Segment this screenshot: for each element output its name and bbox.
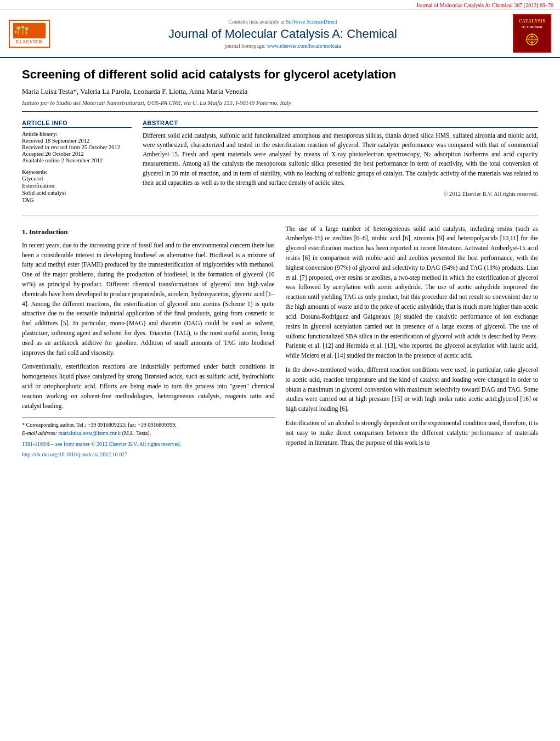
svg-rect-0 bbox=[13, 24, 46, 37]
journal-homepage: journal homepage: www.elsevier.com/locat… bbox=[58, 43, 507, 49]
authors: Maria Luisa Testa*, Valeria La Parola, L… bbox=[22, 87, 538, 96]
journal-title-area: Contents lists available at SciVerse Sci… bbox=[58, 19, 507, 49]
keyword-solid-acid: Solid acid catalyst bbox=[22, 189, 132, 196]
footnote-2: E-mail address: marialuisa.testa@ismn.cn… bbox=[22, 429, 275, 438]
intro-right-para-2: In the above-mentioned works, different … bbox=[286, 365, 539, 414]
doi-link[interactable]: http://dx.doi.org/10.1016/j.molcata.2012… bbox=[22, 451, 127, 457]
keyword-tag: TAG bbox=[22, 196, 132, 203]
journal-reference: Journal of Molecular Catalysis A: Chemic… bbox=[0, 0, 560, 10]
homepage-link[interactable]: www.elsevier.com/locate/molcata bbox=[267, 43, 341, 49]
keyword-esterification: Esterification bbox=[22, 182, 132, 189]
footnote-area: * Corresponding author. Tel.: +39 091680… bbox=[22, 417, 275, 459]
svg-point-3 bbox=[16, 26, 21, 30]
svg-point-5 bbox=[21, 25, 25, 28]
article-title: Screening of different solid acid cataly… bbox=[22, 67, 538, 83]
intro-para-2: Conventionally, esterification reactions… bbox=[22, 362, 275, 411]
intro-right-para-3: Esterification of an alcohol is strongly… bbox=[286, 418, 539, 448]
affiliation: Istituto per lo Studio dei Materiali Nan… bbox=[22, 99, 538, 112]
svg-point-7 bbox=[25, 27, 29, 30]
sciverse-link: Contents lists available at SciVerse Sci… bbox=[58, 19, 507, 25]
doi-line: http://dx.doi.org/10.1016/j.molcata.2012… bbox=[22, 450, 275, 459]
history-label: Article history: bbox=[22, 131, 132, 137]
catalysis-logo: CATALYSIS A: Chemical bbox=[513, 14, 551, 53]
footnote-1: * Corresponding author. Tel.: +39 091680… bbox=[22, 421, 275, 429]
intro-para-1: In recent years, due to the increasing p… bbox=[22, 241, 275, 358]
journal-name: Journal of Molecular Catalysis A: Chemic… bbox=[58, 27, 507, 41]
body-col-left: 1. Introduction In recent years, due to … bbox=[22, 224, 275, 459]
info-abstract-section: Article Info Article history: Received 1… bbox=[22, 120, 538, 216]
intro-right-para-1: The use of a large number of heterogeneo… bbox=[286, 224, 539, 361]
keywords-label: Keywords: bbox=[22, 169, 132, 175]
accepted-date: Accepted 26 October 2012 bbox=[22, 151, 132, 157]
email-link[interactable]: marialuisa.testa@ismn.cnr.it bbox=[58, 430, 121, 436]
elsevier-logo: ● ELSEVIER bbox=[9, 20, 53, 48]
available-online-date: Available online 2 November 2012 bbox=[22, 157, 132, 163]
main-content: Screening of different solid acid cataly… bbox=[0, 58, 560, 470]
article-info-heading: Article Info bbox=[22, 120, 132, 128]
svg-text:●: ● bbox=[15, 29, 17, 33]
issn-line: 1381-1169/$ – see front matter © 2012 El… bbox=[22, 440, 275, 449]
abstract-heading: Abstract bbox=[143, 120, 538, 128]
received-revised-date: Received in revised form 25 October 2012 bbox=[22, 144, 132, 150]
copyright: © 2012 Elsevier B.V. All rights reserved… bbox=[143, 191, 538, 197]
abstract-section: Abstract Different solid acid catalysts,… bbox=[143, 120, 538, 208]
body-col-right: The use of a large number of heterogeneo… bbox=[286, 224, 539, 459]
body-columns: 1. Introduction In recent years, due to … bbox=[22, 224, 538, 459]
keywords-group: Keywords: Glycerol Esterification Solid … bbox=[22, 169, 132, 203]
section-title: 1. Introduction bbox=[22, 227, 275, 237]
keywords-list: Glycerol Esterification Solid acid catal… bbox=[22, 175, 132, 203]
journal-header: ● ELSEVIER Contents lists available at S… bbox=[0, 10, 560, 58]
article-history: Article history: Received 18 September 2… bbox=[22, 131, 132, 163]
keyword-glycerol: Glycerol bbox=[22, 175, 132, 182]
article-info: Article Info Article history: Received 1… bbox=[22, 120, 132, 208]
received-date: Received 18 September 2012 bbox=[22, 138, 132, 144]
abstract-text: Different solid acid catalysts, sulfonic… bbox=[143, 131, 538, 188]
